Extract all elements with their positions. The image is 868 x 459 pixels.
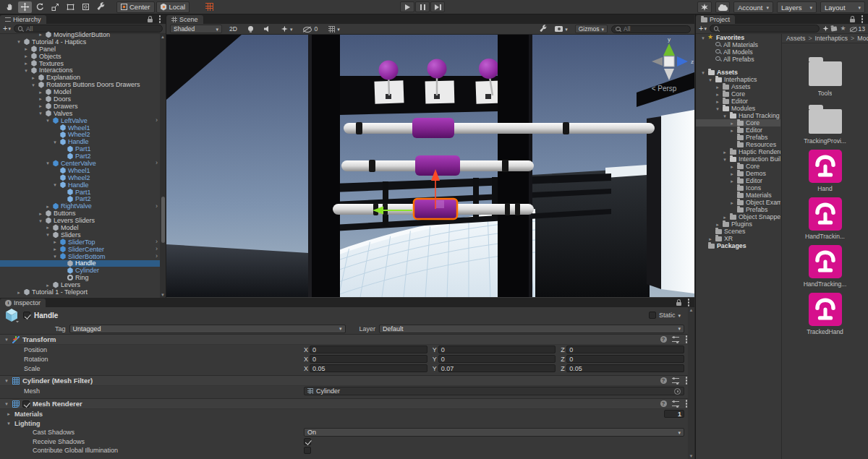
project-tree-row[interactable]: Scenes xyxy=(696,228,780,235)
layout-dropdown[interactable]: Layout▾ xyxy=(820,1,865,13)
x-value-field[interactable]: 0 xyxy=(310,355,427,363)
hierarchy-row[interactable]: ▸ Objects xyxy=(0,53,160,60)
expand-arrow[interactable]: ▸ xyxy=(729,128,735,133)
panel-menu-icon[interactable] xyxy=(861,18,864,20)
project-tree-row[interactable]: ▸ Object Examples xyxy=(696,199,780,206)
expand-arrow[interactable]: ▾ xyxy=(45,160,51,166)
hierarchy-row[interactable]: ▸ SliderCenter › xyxy=(0,246,160,253)
expand-arrow[interactable]: ▸ xyxy=(38,90,43,95)
scroll-down-icon[interactable]: ▼ xyxy=(688,453,694,459)
project-tree-row[interactable]: ▾ Interaction Builder xyxy=(696,155,780,163)
hierarchy-row[interactable]: ▸ Model xyxy=(0,224,160,231)
scene-viewport[interactable]: y z < Persp xyxy=(166,35,694,297)
expand-arrow[interactable]: ▸ xyxy=(729,179,735,184)
expand-arrow[interactable]: ▾ xyxy=(722,157,728,162)
project-tree-row[interactable]: All Models xyxy=(696,48,780,56)
hierarchy-row[interactable]: ▾ Rotators Buttons Doors Drawers xyxy=(0,81,160,88)
pivot-local-button[interactable]: Local xyxy=(156,1,190,13)
expand-arrow[interactable]: ▸ xyxy=(52,246,58,252)
hierarchy-row[interactable]: ▸ Drawers xyxy=(0,103,160,110)
hierarchy-row[interactable]: ▸ Buttons xyxy=(0,210,160,217)
expand-arrow[interactable]: ▾ xyxy=(700,70,706,75)
lock-icon[interactable] xyxy=(148,19,153,22)
project-tree-row[interactable]: ▸ Editor xyxy=(696,98,780,105)
hierarchy-row[interactable]: ▸ MovingSliderButton xyxy=(0,31,160,38)
y-value-field[interactable]: 0 xyxy=(438,355,556,363)
project-tree-row[interactable]: Prefabs xyxy=(696,206,780,213)
hierarchy-row[interactable]: Handle xyxy=(0,260,160,267)
project-asset[interactable]: HandTrackin... xyxy=(782,196,868,241)
tab-hierarchy[interactable]: Hierarchy xyxy=(0,15,46,24)
y-value-field[interactable]: 0.07 xyxy=(438,364,556,372)
expand-arrow[interactable]: ▾ xyxy=(23,68,29,73)
expand-arrow[interactable]: ▸ xyxy=(722,150,728,155)
expand-arrow[interactable]: ▸ xyxy=(729,171,735,176)
expand-arrow[interactable]: ▾ xyxy=(38,111,43,116)
purple-sphere[interactable] xyxy=(427,59,447,79)
hidden-packages-toggle[interactable]: 13 xyxy=(849,25,865,33)
project-tree-row[interactable]: Resources xyxy=(696,141,780,148)
panel-menu-icon[interactable] xyxy=(159,18,161,20)
project-tree-row[interactable]: ▸ Plugins xyxy=(696,220,780,228)
project-asset[interactable]: Tools xyxy=(782,53,868,98)
perspective-label[interactable]: < Persp xyxy=(652,85,677,93)
project-tree-row[interactable]: All Materials xyxy=(696,41,780,48)
hierarchy-row[interactable]: ▾ SliderBottom › xyxy=(0,253,160,260)
expand-arrow[interactable]: ▾ xyxy=(52,254,58,259)
expand-arrow[interactable]: ▸ xyxy=(23,61,29,66)
cast-shadows-dropdown[interactable]: On▾ xyxy=(304,428,684,437)
tag-dropdown[interactable]: Untagged▾ xyxy=(69,325,346,333)
rect-tool-button[interactable] xyxy=(64,1,77,13)
hierarchy-row[interactable]: Wheel2 xyxy=(0,174,160,181)
account-dropdown[interactable]: Account▾ xyxy=(733,1,773,13)
layers-dropdown[interactable]: Layers▾ xyxy=(777,1,817,13)
layer-dropdown[interactable]: Default▾ xyxy=(379,325,684,333)
z-value-field[interactable]: 0.05 xyxy=(566,364,684,372)
hierarchy-row[interactable]: ▸ Doors xyxy=(0,95,160,103)
hierarchy-row[interactable]: ▾ Handle xyxy=(0,181,160,189)
expand-arrow[interactable]: ▸ xyxy=(715,85,720,90)
z-value-field[interactable]: 0 xyxy=(566,346,684,353)
project-tree-row[interactable]: ▸ Demos xyxy=(696,170,780,177)
hierarchy-row[interactable]: Part2 xyxy=(0,195,160,202)
tools-overlay-icon[interactable] xyxy=(539,25,548,33)
lighting-toggle[interactable] xyxy=(244,25,257,33)
hierarchy-row[interactable]: Wheel2 xyxy=(0,131,160,138)
expand-arrow[interactable]: ▸ xyxy=(715,99,720,104)
hierarchy-row[interactable]: Part1 xyxy=(0,145,160,153)
rotate-tool-button[interactable] xyxy=(33,1,47,13)
scrollbar-thumb[interactable] xyxy=(161,197,165,243)
project-tree-row[interactable] xyxy=(696,63,780,69)
lock-icon[interactable] xyxy=(850,19,855,22)
renderer-enabled-checkbox[interactable] xyxy=(22,400,30,408)
project-asset[interactable]: TrackingProvi... xyxy=(782,100,868,145)
hierarchy-row[interactable]: ▾ Levers Sliders xyxy=(0,217,160,224)
x-value-field[interactable]: 0 xyxy=(310,346,427,353)
tab-scene[interactable]: Scene xyxy=(166,15,203,24)
transform-component-header[interactable]: ▾ Transform ? xyxy=(0,334,694,345)
expand-arrow[interactable]: ▸ xyxy=(729,164,735,169)
expand-arrow[interactable]: ▸ xyxy=(38,103,43,108)
slider-top-handle[interactable] xyxy=(412,118,454,138)
expand-arrow[interactable]: ▸ xyxy=(52,239,58,244)
static-checkbox[interactable] xyxy=(649,312,656,319)
foldout-arrow[interactable]: ▾ xyxy=(4,337,9,343)
expand-arrow[interactable]: ▸ xyxy=(38,96,43,101)
version-control-button[interactable] xyxy=(697,1,712,13)
expand-arrow[interactable]: ▸ xyxy=(722,215,728,220)
foldout-arrow[interactable]: ▸ xyxy=(6,411,12,417)
audio-toggle[interactable] xyxy=(260,25,274,33)
breadcrumb-mid[interactable]: Interhaptics xyxy=(815,35,848,42)
expand-arrow[interactable]: ▸ xyxy=(45,225,51,230)
gameobject-cube-icon[interactable] xyxy=(4,307,20,323)
presets-icon[interactable] xyxy=(672,378,679,383)
help-icon[interactable]: ? xyxy=(660,336,667,343)
expand-arrow[interactable]: ▾ xyxy=(707,77,713,82)
breadcrumb-leaf[interactable]: Modules xyxy=(857,35,868,42)
search-by-type-icon[interactable] xyxy=(822,26,828,32)
y-value-field[interactable]: 0 xyxy=(438,346,556,353)
panel-menu-icon[interactable] xyxy=(688,301,690,304)
move-tool-button[interactable] xyxy=(18,1,32,13)
gizmos-dropdown[interactable]: Gizmos▾ xyxy=(575,25,608,33)
expand-arrow[interactable]: ▾ xyxy=(38,218,43,223)
